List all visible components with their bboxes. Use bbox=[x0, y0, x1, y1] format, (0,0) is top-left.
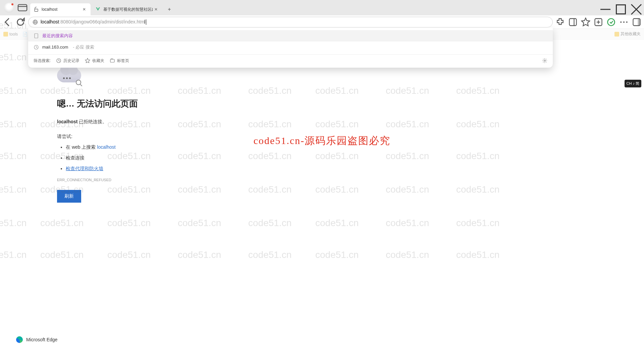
site-info-icon[interactable] bbox=[33, 19, 38, 25]
star-icon bbox=[85, 58, 90, 63]
error-title: 嗯… 无法访问此页面 bbox=[57, 98, 644, 110]
svg-point-21 bbox=[620, 21, 622, 22]
minimize-button[interactable] bbox=[598, 3, 613, 15]
filter-favorites[interactable]: 收藏夹 bbox=[85, 58, 104, 64]
watermark-text: code51.cn bbox=[107, 250, 151, 260]
svg-rect-15 bbox=[570, 18, 577, 25]
tab-title: localhost bbox=[42, 7, 81, 12]
maximize-button[interactable] bbox=[613, 3, 629, 15]
sidebar-icon[interactable] bbox=[568, 17, 578, 27]
watermark-text: code51.cn bbox=[315, 250, 359, 260]
new-tab-button[interactable]: + bbox=[164, 4, 174, 14]
svg-point-23 bbox=[626, 21, 628, 22]
watermark-text: code51.cn bbox=[248, 250, 291, 260]
panel-toggle-icon[interactable] bbox=[632, 17, 641, 27]
watermark-text: code51.cn bbox=[40, 250, 84, 260]
browser-tab-active[interactable]: localhost ✕ bbox=[30, 3, 91, 15]
svg-point-20 bbox=[608, 18, 615, 25]
address-bar-container: localhost:8080/djangow066q/admin/dist/in… bbox=[28, 17, 553, 27]
page-icon: 📄 bbox=[22, 32, 28, 37]
address-bar[interactable]: localhost:8080/djangow066q/admin/dist/in… bbox=[28, 17, 553, 27]
svg-point-22 bbox=[623, 21, 625, 22]
ime-indicator[interactable]: CH ♪ 简 bbox=[625, 80, 642, 87]
cloud-error-icon bbox=[57, 66, 84, 85]
close-window-button[interactable] bbox=[629, 3, 644, 15]
tabs-icon bbox=[110, 58, 115, 63]
url-suggestions-dropdown: 最近的搜索内容 mail.163.com - 必应 搜索 筛选搜索: 历史记录 … bbox=[28, 27, 553, 68]
watermark-text: code51.cn bbox=[178, 250, 221, 260]
watermark-text: code51.cn bbox=[178, 218, 221, 228]
refresh-button[interactable] bbox=[15, 17, 25, 27]
close-icon[interactable]: ✕ bbox=[81, 7, 87, 12]
error-subtitle: localhost 已拒绝连接。 bbox=[57, 119, 644, 125]
watermark-text: code51.cn bbox=[107, 218, 151, 228]
watermark-text: code51.cn bbox=[456, 218, 499, 228]
suggestion-item[interactable]: mail.163.com - 必应 搜索 bbox=[28, 42, 553, 53]
tab-title: 基于数据可视化的智慧社区内网 bbox=[103, 7, 153, 12]
footer-label: Microsoft Edge bbox=[26, 337, 57, 342]
watermark-text: code51.cn bbox=[248, 218, 291, 228]
check-proxy-link[interactable]: 检查代理和防火墙 bbox=[66, 166, 103, 171]
error-suggestion-item: 在 web 上搜索 localhost bbox=[66, 144, 644, 150]
svg-point-14 bbox=[544, 60, 545, 61]
tab-overview-icon[interactable] bbox=[17, 3, 28, 13]
close-icon[interactable]: ✕ bbox=[153, 7, 159, 12]
collections-icon[interactable] bbox=[594, 17, 603, 27]
watermark-text: code51.cn bbox=[0, 250, 26, 260]
bookmark-item[interactable]: 📄 bbox=[22, 32, 28, 37]
other-bookmarks[interactable]: 其他收藏夹 bbox=[614, 31, 641, 37]
svg-rect-10 bbox=[35, 33, 38, 38]
url-text: localhost:8080/djangow066q/admin/dist/in… bbox=[41, 19, 146, 25]
page-icon bbox=[34, 33, 39, 39]
search-web-link[interactable]: localhost bbox=[97, 144, 115, 150]
lock-broken-icon bbox=[34, 7, 39, 12]
filter-tabs[interactable]: 标签页 bbox=[110, 58, 129, 64]
svg-rect-2 bbox=[35, 9, 38, 11]
bookmark-folder[interactable]: tools bbox=[3, 32, 18, 37]
watermark-text: code51.cn bbox=[0, 218, 26, 228]
window-controls bbox=[598, 3, 644, 15]
watermark-text: code51.cn bbox=[386, 250, 429, 260]
back-button[interactable] bbox=[3, 17, 13, 27]
refresh-page-button[interactable]: 刷新 bbox=[57, 190, 81, 203]
error-suggestion-item: 检查连接 bbox=[66, 155, 644, 161]
suggestion-filter-row: 筛选搜索: 历史记录 收藏夹 标签页 bbox=[28, 54, 553, 66]
watermark-text: code51.cn bbox=[315, 218, 359, 228]
watermark-text: code51.cn bbox=[40, 218, 84, 228]
extensions-icon[interactable] bbox=[555, 17, 565, 27]
folder-icon bbox=[3, 32, 8, 37]
more-icon[interactable] bbox=[619, 17, 629, 27]
browser-toolbar: localhost:8080/djangow066q/admin/dist/in… bbox=[0, 15, 644, 29]
history-icon bbox=[34, 45, 39, 50]
text-cursor-icon: I bbox=[144, 19, 145, 25]
window-titlebar: localhost ✕ 基于数据可视化的智慧社区内网 ✕ + bbox=[0, 0, 644, 15]
watermark-text: code51.cn bbox=[386, 218, 429, 228]
filter-history[interactable]: 历史记录 bbox=[56, 58, 79, 64]
error-suggestions-list: 在 web 上搜索 localhost 检查连接 检查代理和防火墙 bbox=[57, 144, 644, 172]
error-suggestion-item: 检查代理和防火墙 bbox=[66, 166, 644, 172]
watermark-text: code51.cn bbox=[456, 250, 499, 260]
favorites-icon[interactable] bbox=[581, 17, 590, 27]
edge-logo-icon bbox=[16, 336, 23, 343]
error-try-label: 请尝试: bbox=[57, 134, 644, 140]
browser-tab-inactive[interactable]: 基于数据可视化的智慧社区内网 ✕ bbox=[92, 3, 162, 15]
svg-rect-0 bbox=[18, 5, 27, 11]
profile-avatar-icon[interactable] bbox=[4, 3, 14, 13]
svg-rect-13 bbox=[110, 59, 114, 62]
browser-footer: Microsoft Edge bbox=[16, 336, 57, 343]
svg-rect-25 bbox=[638, 18, 640, 25]
error-code: ERR_CONNECTION_REFUSED bbox=[57, 178, 644, 182]
filter-label: 筛选搜索: bbox=[34, 58, 51, 64]
gear-icon[interactable] bbox=[542, 58, 547, 63]
app-icon[interactable] bbox=[606, 17, 616, 27]
folder-icon bbox=[614, 32, 619, 37]
svg-rect-4 bbox=[616, 5, 626, 14]
suggestion-recent-header[interactable]: 最近的搜索内容 bbox=[28, 30, 553, 42]
vue-icon bbox=[95, 7, 101, 12]
history-icon bbox=[56, 58, 61, 63]
toolbar-actions bbox=[555, 17, 641, 27]
